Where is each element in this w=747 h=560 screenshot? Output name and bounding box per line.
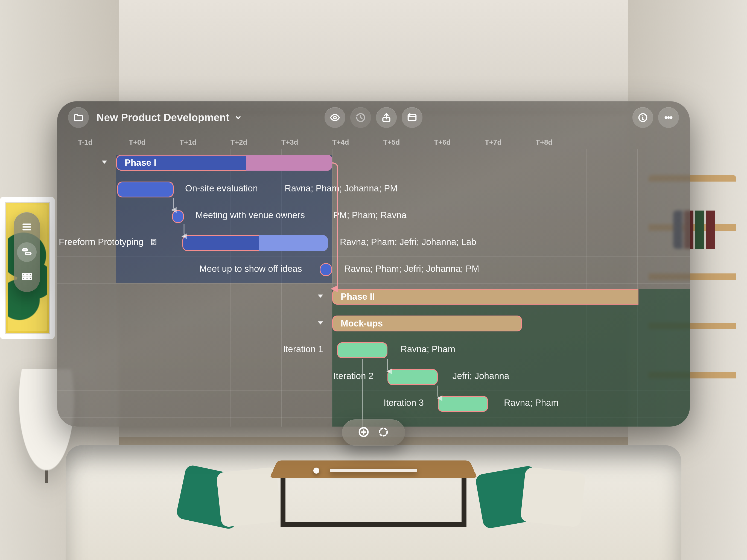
task-label-freeform: Freeform Prototyping — [59, 237, 157, 247]
assignees-meeting: PM; Pham; Ravna — [333, 210, 407, 221]
task-label-iter3: Iteration 3 — [384, 398, 424, 408]
task-label-onsite: On-site evaluation — [185, 183, 258, 194]
svg-rect-0 — [23, 249, 27, 251]
svg-point-14 — [670, 117, 672, 119]
gantt-bar-phase2[interactable]: Phase II — [332, 289, 639, 305]
svg-rect-10 — [408, 114, 416, 121]
assignees-iter1: Ravna; Pham — [401, 344, 455, 354]
time-tick: T+1d — [180, 138, 196, 147]
gantt-bar-onsite[interactable] — [117, 182, 174, 198]
window-move-handle[interactable] — [330, 469, 417, 472]
gantt-bar-iter3[interactable] — [438, 396, 488, 412]
window-move-handle-dot[interactable] — [313, 467, 319, 474]
history-button[interactable] — [350, 107, 371, 128]
time-tick: T+2d — [231, 138, 247, 147]
history-icon — [356, 112, 366, 123]
add-button[interactable] — [358, 426, 369, 439]
svg-rect-1 — [25, 253, 31, 255]
folder-icon — [73, 112, 84, 123]
list-view-button[interactable] — [17, 217, 36, 237]
svg-rect-5 — [23, 277, 25, 279]
gantt-bar-phase1[interactable]: Phase I — [116, 155, 332, 171]
refresh-button[interactable] — [378, 426, 389, 439]
bar-label: Mock-ups — [341, 318, 383, 329]
bar-label: Phase II — [341, 291, 375, 302]
time-tick: T+8d — [536, 138, 552, 147]
svg-rect-2 — [23, 274, 25, 276]
gantt-bar-meetup[interactable] — [319, 263, 332, 276]
bar-label: Phase I — [125, 157, 156, 168]
task-label-iter1: Iteration 1 — [283, 344, 323, 354]
time-tick: T+7d — [485, 138, 501, 147]
gantt-bar-iter2[interactable] — [387, 369, 438, 385]
gantt-chart[interactable]: Phase I On-site evaluation Ravna; Pham; … — [57, 149, 690, 427]
time-tick: T+3d — [281, 138, 298, 147]
share-icon — [381, 112, 391, 123]
assignees-iter3: Ravna; Pham — [504, 398, 559, 408]
disclosure-phase2[interactable] — [316, 291, 325, 301]
svg-rect-4 — [29, 274, 31, 276]
time-tick: T+6d — [434, 138, 450, 147]
gantt-bar-mockups[interactable]: Mock-ups — [332, 315, 522, 331]
gantt-bar-freeform[interactable] — [182, 235, 328, 251]
share-button[interactable] — [376, 107, 397, 128]
more-button[interactable] — [658, 107, 679, 128]
assignees-freeform: Ravna; Pham; Jefri; Johanna; Lab — [340, 237, 476, 247]
info-button[interactable] — [633, 107, 653, 128]
svg-point-17 — [380, 428, 387, 436]
plus-circle-icon — [358, 426, 369, 438]
project-title: New Product Development — [97, 112, 229, 124]
disclosure-phase1[interactable] — [100, 157, 109, 167]
svg-point-12 — [665, 117, 667, 119]
time-tick: T+0d — [129, 138, 146, 147]
view-switcher-ornament — [14, 212, 40, 292]
info-icon — [638, 112, 648, 123]
gantt-view-button[interactable] — [17, 242, 36, 262]
ellipsis-icon — [663, 112, 674, 123]
notes-icon — [150, 238, 157, 246]
assignees-iter2: Jefri; Johanna — [453, 371, 509, 381]
assignees-onsite: Ravna; Pham; Johanna; PM — [285, 183, 397, 194]
dashed-circle-icon — [378, 426, 389, 438]
svg-rect-7 — [29, 277, 31, 279]
documents-button[interactable] — [68, 107, 89, 128]
time-tick: T-1d — [78, 138, 93, 147]
window-icon — [407, 112, 417, 123]
svg-rect-6 — [26, 277, 28, 279]
svg-point-8 — [334, 116, 336, 119]
timeline-header[interactable]: 2d T-1d T+0d T+1d T+2d T+3d T+4d T+5d T+… — [57, 134, 690, 149]
coffee-table — [269, 445, 478, 527]
time-tick: T+4d — [332, 138, 349, 147]
chevron-down-icon — [234, 114, 242, 121]
time-tick: T+5d — [383, 138, 400, 147]
open-window-button[interactable] — [402, 107, 422, 128]
svg-rect-3 — [26, 274, 28, 276]
eye-icon — [330, 112, 340, 123]
assignees-meetup: Ravna; Pham; Jefri; Johanna; PM — [344, 263, 479, 274]
task-label-meetup: Meet up to show off ideas — [199, 263, 302, 274]
gantt-bar-meeting[interactable] — [172, 210, 184, 223]
gantt-bar-iter1[interactable] — [337, 342, 387, 358]
project-title-dropdown[interactable]: New Product Development — [97, 112, 242, 124]
toolbar: New Product Development — [57, 101, 690, 134]
task-label-meeting: Meeting with venue owners — [196, 210, 305, 221]
task-label-iter2: Iteration 2 — [333, 371, 374, 381]
preview-button[interactable] — [325, 107, 345, 128]
app-window: New Product Development — [57, 101, 690, 427]
board-view-button[interactable] — [17, 268, 36, 287]
svg-point-13 — [668, 117, 669, 119]
bottom-ornament — [342, 419, 405, 446]
disclosure-mockups[interactable] — [316, 318, 325, 328]
